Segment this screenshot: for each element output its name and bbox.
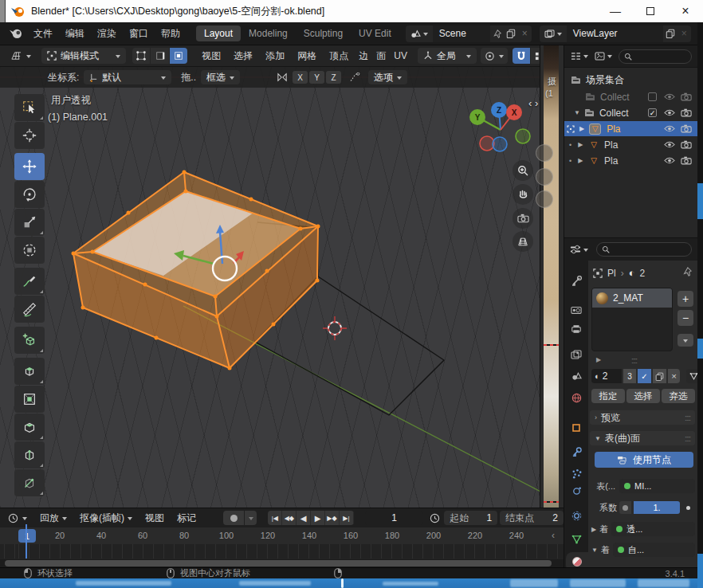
- breadcrumb-material[interactable]: 2: [640, 268, 646, 279]
- options-dropdown[interactable]: 选项: [368, 70, 407, 84]
- factor-anim-dot-button[interactable]: [619, 501, 631, 514]
- workspace-tab-uvedit[interactable]: UV Edit: [351, 25, 399, 41]
- play-button[interactable]: ▶: [311, 511, 325, 525]
- factor-slider[interactable]: 1.: [634, 501, 680, 514]
- menu-render[interactable]: 渲染: [91, 27, 123, 41]
- menu-window[interactable]: 窗口: [123, 27, 155, 41]
- viewlayer-selector[interactable]: ViewLayer ×: [540, 25, 691, 42]
- menu-view[interactable]: 视图: [195, 49, 227, 63]
- play-reverse-button[interactable]: ◀: [297, 511, 311, 525]
- frame-end-field[interactable]: 结束点2: [500, 511, 564, 525]
- slot-specials-button[interactable]: [677, 334, 693, 347]
- tab-scene[interactable]: [564, 367, 588, 386]
- exclude-checkbox-checked[interactable]: ✓: [648, 108, 657, 117]
- properties-search-input[interactable]: [596, 242, 692, 257]
- disclosure-icon[interactable]: ▼: [574, 109, 580, 116]
- pan-hand-button[interactable]: [513, 184, 533, 205]
- unlink-scene-icon[interactable]: ×: [518, 25, 532, 42]
- users-count-button[interactable]: 3: [623, 369, 636, 383]
- disclosure-icon[interactable]: ▶: [579, 125, 584, 132]
- auto-keying-options[interactable]: [245, 511, 257, 525]
- workspace-tab-modeling[interactable]: Modeling: [241, 25, 296, 41]
- menu-vertex[interactable]: 顶点: [323, 49, 355, 63]
- playhead[interactable]: [26, 524, 27, 559]
- tool-loop-cut[interactable]: [14, 441, 45, 468]
- menu-mesh[interactable]: 网格: [291, 49, 323, 63]
- unlink-material-button[interactable]: ×: [668, 369, 680, 383]
- tool-annotate[interactable]: [14, 268, 45, 295]
- properties-editor-type-button[interactable]: [570, 245, 588, 254]
- region-resize-arrows[interactable]: ‹ ›: [528, 97, 538, 109]
- falloff-icon[interactable]: [349, 73, 360, 82]
- camera-view-button[interactable]: [513, 208, 533, 229]
- factor-decorator-dot[interactable]: [686, 506, 690, 510]
- add-slot-button[interactable]: +: [677, 291, 693, 307]
- minimize-button[interactable]: —: [599, 5, 631, 18]
- menu-edge[interactable]: 边: [355, 49, 372, 63]
- menu-playback[interactable]: 回放: [33, 512, 73, 525]
- current-frame-badge[interactable]: 1: [18, 529, 36, 543]
- object-row-active[interactable]: ▶ ▽ Pla: [564, 121, 698, 136]
- strip-camera-button[interactable]: [536, 190, 553, 208]
- scene-selector[interactable]: Scene ×: [406, 25, 532, 42]
- outliner-display-mode-button[interactable]: [571, 52, 588, 61]
- use-preview-range-icon[interactable]: [430, 513, 440, 523]
- jump-to-start-button[interactable]: |◀: [268, 511, 282, 525]
- timeline-ruler[interactable]: 1 20 40 60 80 100 120 140 160 180 200 22…: [0, 527, 564, 544]
- tab-physics[interactable]: [564, 481, 588, 500]
- tab-object[interactable]: [564, 418, 588, 437]
- vertex-select-icon[interactable]: [132, 48, 150, 64]
- exclude-checkbox[interactable]: [648, 92, 657, 101]
- menu-help[interactable]: 帮助: [155, 27, 187, 41]
- tab-object-data[interactable]: [564, 530, 588, 549]
- close-button[interactable]: ×: [670, 4, 701, 18]
- timeline-track[interactable]: [0, 544, 564, 559]
- outliner-filter-button[interactable]: [595, 52, 612, 61]
- menu-file[interactable]: 文件: [27, 27, 59, 41]
- use-nodes-button[interactable]: 使用节点: [595, 452, 693, 468]
- menu-timeline-view[interactable]: 视图: [139, 512, 171, 525]
- remove-viewlayer-icon[interactable]: ×: [677, 25, 691, 42]
- tab-output[interactable]: [564, 319, 588, 339]
- tool-knife[interactable]: [14, 469, 45, 496]
- disclosure-icon[interactable]: ▶: [578, 157, 583, 164]
- current-frame-field[interactable]: 1: [365, 511, 423, 525]
- tab-render[interactable]: [564, 300, 588, 319]
- menu-select[interactable]: 选择: [227, 49, 259, 63]
- tool-bevel[interactable]: [14, 414, 45, 441]
- tab-modifiers[interactable]: [564, 442, 588, 461]
- tool-inset-faces[interactable]: [14, 386, 45, 413]
- new-viewlayer-icon[interactable]: [663, 25, 677, 42]
- new-scene-icon[interactable]: [504, 25, 518, 42]
- outliner-search-input[interactable]: [619, 49, 692, 64]
- tool-cursor[interactable]: [14, 122, 45, 149]
- properties-pin-icon[interactable]: [682, 267, 692, 276]
- fake-user-button[interactable]: ✓: [638, 369, 651, 383]
- next-keyframe-button[interactable]: ▶◆: [325, 511, 340, 525]
- shader-collapse-icon[interactable]: ▼: [591, 547, 598, 554]
- orientation-select[interactable]: 全局: [418, 48, 477, 64]
- menu-keying[interactable]: 抠像(插帧): [73, 512, 139, 525]
- jump-to-end-button[interactable]: ▶|: [340, 511, 354, 525]
- tab-view-layer[interactable]: [564, 345, 588, 364]
- menu-markers[interactable]: 标记: [171, 512, 202, 525]
- timeline-scrollbar[interactable]: [0, 559, 564, 567]
- select-button[interactable]: 选择: [626, 389, 660, 403]
- pin-icon[interactable]: [490, 25, 504, 42]
- transform-pivot-select[interactable]: 默认: [84, 70, 171, 84]
- viewlayer-name[interactable]: ViewLayer: [567, 25, 663, 42]
- auto-keying-button[interactable]: [223, 511, 244, 525]
- workspace-tab-layout[interactable]: Layout: [196, 25, 241, 41]
- material-name-field[interactable]: ◐2: [591, 369, 622, 383]
- workspace-tab-sculpting[interactable]: Sculpting: [296, 25, 351, 41]
- app-menu-button[interactable]: [10, 28, 22, 39]
- mirror-z-button[interactable]: Z: [326, 71, 341, 84]
- surface-panel-header[interactable]: ▼表(曲)面::::: [590, 431, 695, 445]
- ruler-scroll-arrow[interactable]: ‹: [552, 530, 555, 541]
- scene-type-icon[interactable]: [406, 25, 433, 42]
- editor-type-button[interactable]: [5, 48, 37, 64]
- tool-rotate[interactable]: [14, 181, 45, 208]
- mode-select[interactable]: 编辑模式: [41, 48, 126, 64]
- tab-tool[interactable]: [564, 272, 588, 291]
- camera-viewport-strip[interactable]: 摄 (1: [540, 45, 564, 508]
